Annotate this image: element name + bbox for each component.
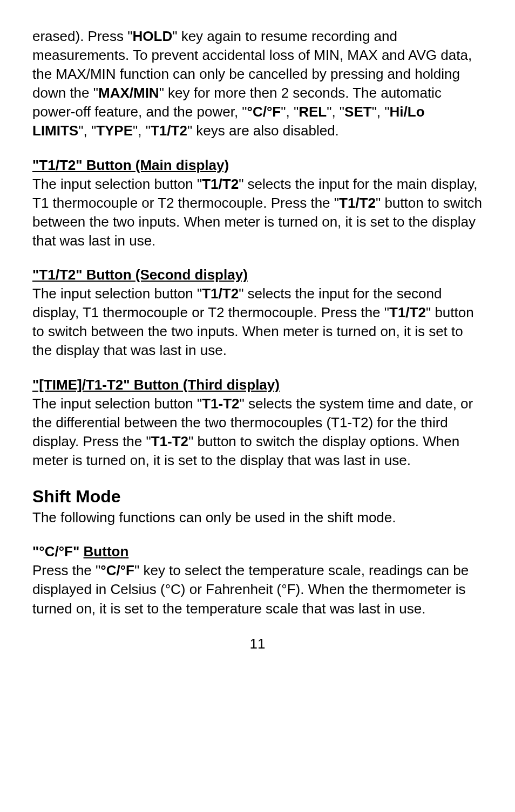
page-number: 11 <box>32 634 483 653</box>
text: ", " <box>327 104 344 120</box>
text: The input selection button " <box>32 285 202 302</box>
heading-prefix: "°C/°F" <box>32 543 84 559</box>
paragraph-shift-mode: The following functions can only be used… <box>32 508 483 527</box>
heading-underline: Button <box>84 543 129 559</box>
intro-paragraph: erased). Press "HOLD" key again to resum… <box>32 27 483 141</box>
text: Press the " <box>32 562 100 578</box>
key-type: TYPE <box>96 122 133 139</box>
key-maxmin: MAX/MIN <box>98 85 159 101</box>
key-t1t2: T1/T2 <box>202 176 239 192</box>
text: erased). Press " <box>32 28 133 44</box>
heading-cf-button: "°C/°F" Button <box>32 542 483 561</box>
key-t1t2: T1/T2 <box>151 122 187 139</box>
text: " keys are also disabled. <box>187 122 339 139</box>
text: ", " <box>281 104 299 120</box>
text: ", " <box>133 122 151 139</box>
text: The input selection button " <box>32 176 202 192</box>
text: ", " <box>372 104 390 120</box>
key-rel: REL <box>299 104 327 120</box>
key-t1minus-t2: T1-T2 <box>202 395 239 412</box>
key-cf: °C/°F <box>100 562 134 578</box>
paragraph-time-t1t2-third: The input selection button "T1-T2" selec… <box>32 394 483 470</box>
heading-time-t1t2-third: "[TIME]/T1-T2" Button (Third display) <box>32 376 483 394</box>
text: The input selection button " <box>32 395 202 412</box>
key-t1t2: T1/T2 <box>339 195 376 211</box>
section-title-shift-mode: Shift Mode <box>32 485 483 508</box>
paragraph-t1t2-main: The input selection button "T1/T2" selec… <box>32 175 483 250</box>
key-t1t2: T1/T2 <box>389 304 426 320</box>
key-t1minus-t2: T1-T2 <box>151 433 188 449</box>
heading-t1t2-second: "T1/T2" Button (Second display) <box>32 265 483 284</box>
key-cf: °C/°F <box>247 104 281 120</box>
key-t1t2: T1/T2 <box>202 285 239 302</box>
key-set: SET <box>344 104 372 120</box>
heading-t1t2-main: "T1/T2" Button (Main display) <box>32 156 483 175</box>
paragraph-t1t2-second: The input selection button "T1/T2" selec… <box>32 284 483 360</box>
text: ", " <box>78 122 96 139</box>
key-hold: HOLD <box>133 28 173 44</box>
paragraph-cf-button: Press the "°C/°F" key to select the temp… <box>32 561 483 618</box>
